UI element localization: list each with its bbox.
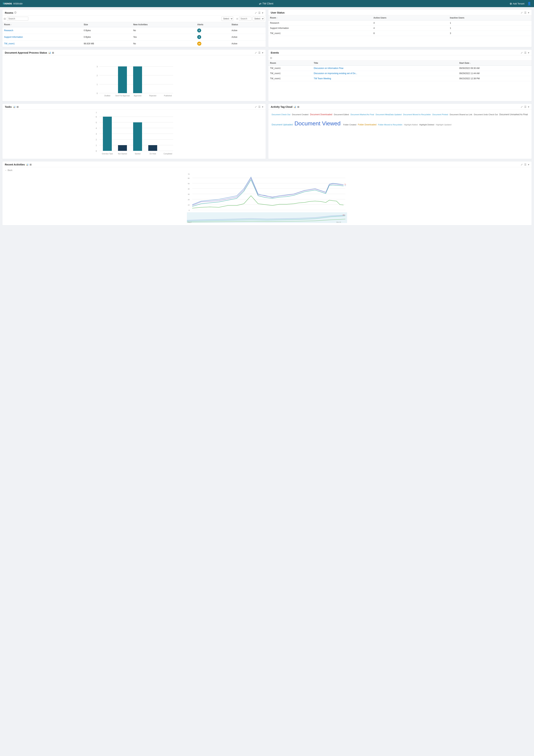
events-menu-icon[interactable]: ☰ (524, 51, 526, 54)
room-link[interactable]: Research (4, 29, 13, 32)
tag-item[interactable]: Document Viewed (294, 120, 342, 127)
table-row: TW_room1 98.828 MB No 29 Active (2, 40, 266, 47)
events-expand-icon[interactable]: ⤢ (521, 51, 523, 54)
tag-item[interactable]: Document Edited (334, 114, 349, 116)
user-status-expand-icon[interactable]: ⤢ (521, 11, 523, 14)
header-actions: ⊕ Add Tenant 👤 (510, 2, 531, 6)
doc-approval-chart-icon[interactable]: 📊 (48, 51, 51, 54)
svg-text:Dec 11: Dec 11 (308, 211, 313, 212)
app-header: knovos Arbitrate ⇄ TW Client ⊕ Add Tenan… (0, 0, 534, 7)
doc-approval-chevron-icon[interactable]: ▾ (262, 51, 263, 54)
events-filter-icon: ⊟ (270, 56, 272, 59)
event-link[interactable]: Discussion on improvising existing set o… (314, 72, 357, 75)
new-activities-select[interactable]: Select (221, 16, 233, 21)
svg-text:70: 70 (188, 173, 190, 175)
user-status-title-text: User Status (271, 11, 285, 14)
events-table: Room Title Start Date ↓ TW_room1 Discuss… (268, 61, 532, 81)
activity-tag-table-icon[interactable]: ▤ (297, 106, 299, 108)
doc-approval-expand-icon[interactable]: ⤢ (255, 51, 257, 54)
activity-tag-expand-icon[interactable]: ⤢ (521, 105, 523, 108)
svg-text:Sep 1: Sep 1 (219, 211, 223, 212)
tag-item[interactable]: Highlight Updated (436, 123, 451, 126)
recent-activities-chevron-icon[interactable]: ▾ (528, 163, 529, 166)
tasks-table-icon[interactable]: ▤ (16, 106, 18, 108)
ev-date-sort[interactable]: ↓ (470, 62, 471, 64)
add-tenant-button[interactable]: ⊕ Add Tenant (510, 2, 524, 5)
event-link[interactable]: Discussion on Information Flow (314, 67, 343, 69)
user-status-menu-icon[interactable]: ☰ (524, 11, 526, 14)
recent-activities-chart-icon[interactable]: 📊 (26, 163, 29, 166)
doc-approval-menu-icon[interactable]: ☰ (258, 51, 261, 54)
tasks-expand-icon[interactable]: ⤢ (255, 105, 257, 108)
svg-text:Rejected: Rejected (149, 95, 156, 97)
client-label: TW Client (262, 2, 273, 5)
tag-item[interactable]: Document Printed (432, 114, 448, 116)
tasks-chevron-icon[interactable]: ▾ (262, 105, 263, 108)
svg-text:Aug 2: Aug 2 (188, 221, 191, 223)
ev-date-col: Start Date ↓ (457, 61, 532, 66)
rooms-expand-icon[interactable]: ⤢ (255, 12, 257, 14)
user-status-table-head: Room ↑ Active Users Inactive Users (268, 15, 532, 20)
table-row: Research 0 Bytes No 0 Active (2, 27, 266, 34)
rooms-search-input[interactable] (7, 17, 28, 21)
us-room-col: Room ↑ (268, 15, 372, 20)
svg-text:26.1: 26.1 (343, 214, 345, 216)
ev-room-cell: TW_room1 (268, 71, 312, 76)
alerts-badge: 0 (197, 29, 201, 32)
tag-item[interactable]: Highlight Deleted (420, 123, 435, 126)
tag-item[interactable]: Folder Moved to Recyclebin (378, 123, 403, 126)
room-alerts-cell: 0 (195, 34, 230, 40)
back-button[interactable]: ← Back (5, 169, 529, 172)
status-col-header: Status (230, 22, 266, 27)
room-link[interactable]: TW_room1 (4, 42, 14, 45)
status-select[interactable]: Select (253, 16, 264, 21)
tag-item[interactable]: Document Check Out (272, 114, 291, 116)
activity-tag-chevron-icon[interactable]: ▾ (528, 105, 529, 108)
rooms-chevron-icon[interactable]: ▾ (262, 12, 263, 14)
rooms-table-body: Research 0 Bytes No 0 Active Support Inf… (2, 27, 266, 47)
tag-item[interactable]: Document Uploaded (272, 123, 293, 126)
rooms-filter-icon: ⊟ (4, 17, 6, 20)
doc-approval-table-icon[interactable]: ▤ (52, 51, 54, 54)
event-link[interactable]: TW Team Meeting (314, 77, 331, 80)
us-room-sort[interactable]: ↑ (277, 17, 277, 19)
alerts-search-input[interactable] (239, 17, 251, 21)
tasks-chart-icon[interactable]: 📊 (13, 106, 15, 108)
tag-item[interactable]: Document MetaData Updated (376, 114, 402, 116)
svg-text:1: 1 (96, 145, 97, 147)
activity-tag-chart-icon[interactable]: 📊 (293, 106, 296, 108)
tag-item[interactable]: Document Moved to Recyclebin (403, 114, 431, 116)
room-link[interactable]: Support Information (4, 36, 23, 38)
tag-item[interactable]: Highlight Added (404, 123, 418, 126)
svg-text:Published: Published (164, 95, 172, 97)
activity-tag-menu-icon[interactable]: ☰ (524, 105, 526, 108)
user-status-table-body: Research 4 1 Support Information 4 1 TW_… (268, 20, 532, 36)
tag-item[interactable]: Document Created (292, 114, 309, 116)
tasks-menu-icon[interactable]: ☰ (258, 105, 261, 108)
tag-item[interactable]: Document Marked As Final (350, 114, 374, 116)
rooms-table-head: Room ↑ Size New Activities Alerts Status (2, 22, 266, 27)
svg-text:20: 20 (188, 199, 190, 201)
logo-area: knovos Arbitrate (3, 2, 23, 5)
user-profile-button[interactable]: 👤 (527, 2, 531, 6)
room-sort-icon[interactable]: ↑ (11, 24, 12, 26)
user-status-chevron-icon[interactable]: ▾ (528, 11, 529, 14)
recent-activities-expand-icon[interactable]: ⤢ (521, 163, 523, 166)
tag-item[interactable]: Document Shared as Link (450, 114, 473, 116)
svg-text:7: 7 (96, 112, 97, 114)
rooms-table: Room ↑ Size New Activities Alerts Status… (2, 22, 266, 47)
svg-rect-33 (103, 117, 112, 151)
tasks-title: Tasks 📊 ▤ (5, 105, 18, 108)
tag-item[interactable]: Folder Created (343, 123, 357, 126)
recent-activities-menu-icon[interactable]: ☰ (524, 163, 526, 166)
tag-item[interactable]: Document Unmarked As Final (499, 113, 528, 116)
tag-item[interactable]: Folder Downloaded (358, 123, 377, 126)
table-row: TW_room1 8 3 (268, 31, 532, 36)
doc-approval-svg: 0 1 2 3 (5, 58, 263, 98)
tag-item[interactable]: Document Downloaded (310, 113, 333, 116)
svg-rect-35 (133, 122, 142, 151)
rooms-menu-icon[interactable]: ☰ (258, 12, 261, 14)
tag-item[interactable]: Document Undo Check Out (474, 114, 498, 116)
recent-activities-table-icon[interactable]: ▤ (30, 163, 32, 166)
events-chevron-icon[interactable]: ▾ (528, 51, 529, 54)
